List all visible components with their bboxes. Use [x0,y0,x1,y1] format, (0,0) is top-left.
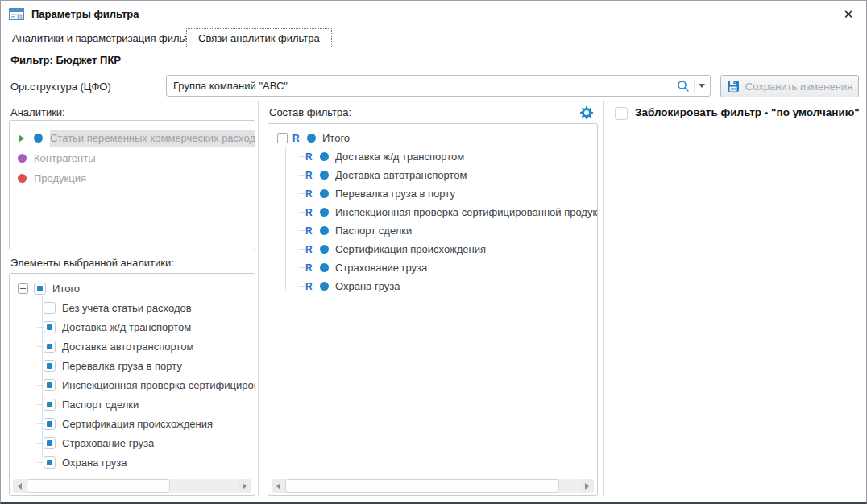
checkbox[interactable] [44,418,56,430]
collapse-icon[interactable] [277,133,288,143]
checkbox[interactable] [44,399,56,411]
titlebar: Параметры фильтра ✕ [1,1,866,28]
list-item[interactable]: Контрагенты [10,148,255,168]
composition-tree: R Итого RДоставка ж/д транспортом RДоста… [268,123,598,496]
horizontal-scrollbar[interactable] [272,479,594,493]
lock-filter-checkbox[interactable] [615,107,628,120]
divider [694,80,695,93]
save-icon [727,80,740,93]
tree-row[interactable]: Без учета статьи расходов [10,298,255,317]
tab-analytics-parametrization[interactable]: Аналитики и параметризация фильтра [1,29,212,48]
tree-row-label: Инспекционная проверка сертифицированной… [335,206,597,218]
tree-row-label: Паспорт сделки [335,225,412,237]
search-icon[interactable] [677,80,690,93]
tree-row[interactable]: RСтрахование груза [268,258,597,277]
filter-parameters-dialog: Параметры фильтра ✕ Аналитики и параметр… [0,0,867,504]
gear-icon[interactable] [579,105,595,121]
window-icon [9,8,24,20]
analytic-color-dot [320,171,329,180]
checkbox[interactable] [44,456,56,469]
list-item[interactable]: Статьи переменных коммерческих расходов [10,128,255,148]
relation-marker: R [305,188,317,200]
list-item-label: Продукция [34,172,86,184]
tree-row-label: Итого [322,132,350,144]
list-item[interactable]: Продукция [10,168,255,188]
tree-row-label: Без учета статьи расходов [62,302,192,314]
tree-row[interactable]: RПаспорт сделки [268,221,597,240]
chevron-down-icon[interactable] [699,84,705,88]
tree-row[interactable]: Охрана груза [10,452,255,472]
save-button-label: Сохранить изменения [745,81,853,93]
tree-row[interactable]: R Итого [268,129,597,147]
tree-row[interactable]: RДоставка ж/д транспортом [268,147,597,166]
tree-row-label: Страхование груза [62,437,154,449]
horizontal-scrollbar[interactable] [13,479,251,493]
analytic-color-dot [18,174,27,183]
analytic-color-dot [18,154,27,163]
checkbox[interactable] [44,360,56,372]
tree-row-label: Инспекционная проверка сертифицированной… [62,379,255,391]
tree-row-label: Итого [52,283,80,295]
tree-row[interactable]: RИнспекционная проверка сертифицированно… [268,203,597,221]
checkbox[interactable] [44,302,56,314]
checkbox[interactable] [44,379,56,391]
scrollbar-thumb[interactable] [285,479,559,493]
checkbox[interactable] [34,283,46,295]
tree-row[interactable]: RОхрана груза [268,277,597,295]
tree-row-label: Сертификация происхождения [62,418,213,430]
relation-marker: R [292,133,304,144]
analytic-color-dot [320,245,329,254]
tree-row[interactable]: Итого [10,279,255,298]
analytic-color-dot [320,208,329,217]
divider [603,101,604,496]
scroll-right-button[interactable] [238,479,251,493]
collapse-icon[interactable] [18,283,28,294]
relation-marker: R [305,281,317,292]
tree-row-label: Сертификация происхождения [335,243,486,255]
analytic-color-dot [307,134,316,143]
tree-row[interactable]: Перевалка груза в порту [10,356,255,375]
tree-row-label: Доставка ж/д транспортом [335,151,464,163]
scroll-left-button[interactable] [13,479,27,493]
relation-marker: R [305,207,317,218]
list-item-label: Контрагенты [34,152,96,164]
analytic-color-dot [320,152,329,161]
tree-row-label: Перевалка груза в порту [335,188,455,200]
analytic-color-dot [320,189,329,198]
tree-row-label: Охрана груза [335,280,400,292]
org-structure-input[interactable] [167,76,677,96]
tree-row[interactable]: Доставка автотранспортом [10,337,255,356]
current-row-arrow-icon [10,134,34,143]
checkbox[interactable] [44,321,56,333]
composition-label: Состав фильтра: [269,106,351,118]
tree-row[interactable]: Доставка ж/д транспортом [10,317,255,337]
lock-filter-option[interactable]: Заблокировать фильтр - "по умолчанию" [615,106,860,120]
scrollbar-track[interactable] [27,479,238,493]
tree-row[interactable]: Сертификация происхождения [10,414,255,433]
tree-row[interactable]: RПеревалка груза в порту [268,184,597,203]
scrollbar-track[interactable] [285,479,580,493]
save-changes-button[interactable]: Сохранить изменения [720,75,859,97]
tree-row-label: Паспорт сделки [62,399,139,411]
scroll-left-button[interactable] [272,479,285,493]
analytics-label: Аналитики: [10,106,65,118]
tree-row[interactable]: RДоставка автотранспортом [268,166,597,184]
tab-analytics-relations[interactable]: Связи аналитик фильтра [186,28,332,48]
close-button[interactable]: ✕ [839,6,858,23]
combo-icons [677,80,710,93]
tree-row[interactable]: Инспекционная проверка сертифицированной… [10,375,255,395]
tree-row[interactable]: Паспорт сделки [10,395,255,414]
tree-row[interactable]: Страхование груза [10,433,255,452]
scrollbar-thumb[interactable] [27,479,170,493]
scroll-right-button[interactable] [580,479,594,493]
analytic-color-dot [320,282,329,291]
lock-filter-label: Заблокировать фильтр - "по умолчанию" [635,106,860,118]
elements-tree: Итого Без учета статьи расходов Доставка… [9,273,255,496]
tree-row-label: Страхование груза [335,262,427,274]
checkbox[interactable] [44,341,56,353]
tree-row[interactable]: RСертификация происхождения [268,240,597,258]
list-item-label: Статьи переменных коммерческих расходов [50,130,255,147]
tree-row-label: Перевалка груза в порту [62,360,182,372]
checkbox[interactable] [44,437,56,449]
analytic-color-dot [320,226,329,235]
